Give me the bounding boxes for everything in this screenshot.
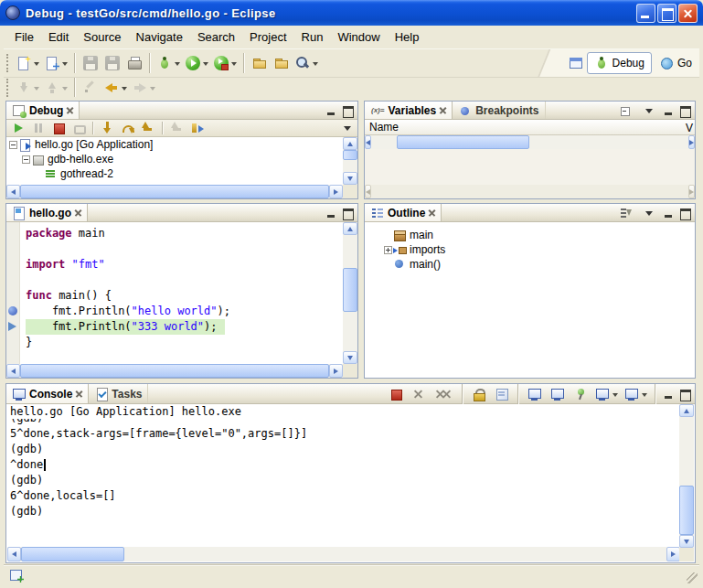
maximize-view-button[interactable] (677, 206, 693, 220)
minimize-view-button[interactable] (661, 103, 676, 118)
scroll-left-button[interactable] (365, 135, 371, 149)
code-editor[interactable]: package main import "fmt" func main() { … (21, 222, 343, 364)
maximize-view-button[interactable] (677, 387, 693, 401)
show-console-on-error-button[interactable] (547, 383, 569, 405)
scrollbar-track[interactable] (21, 547, 666, 561)
scrollbar-thumb[interactable] (20, 364, 329, 378)
name-column-header[interactable]: Name (369, 121, 399, 134)
debug-vertical-scrollbar[interactable] (343, 137, 357, 185)
close-icon[interactable] (75, 390, 82, 398)
editor-tab[interactable]: hello.go (6, 204, 88, 221)
scroll-left-button[interactable] (365, 185, 371, 198)
scroll-left-button[interactable] (6, 364, 20, 378)
scroll-left-button[interactable] (7, 547, 21, 561)
resume-button[interactable] (8, 120, 28, 136)
scroll-right-button[interactable] (666, 547, 680, 561)
scrollbar-thumb[interactable] (679, 486, 694, 535)
debug-horizontal-scrollbar[interactable] (6, 185, 343, 198)
open-resource-button[interactable] (249, 52, 271, 74)
menu-source[interactable]: Source (76, 27, 128, 48)
step-over-button[interactable] (118, 120, 138, 136)
close-icon[interactable] (439, 107, 446, 114)
display-selected-console-button[interactable] (592, 383, 621, 405)
sort-button[interactable] (615, 205, 637, 221)
scrollbar-track[interactable] (20, 364, 329, 378)
view-menu-button[interactable] (337, 120, 357, 136)
drop-to-frame-button[interactable] (167, 120, 187, 136)
breakpoint-marker[interactable] (8, 306, 17, 315)
run-launch-button[interactable] (183, 52, 211, 74)
view-menu-button[interactable] (638, 205, 660, 221)
titlebar[interactable]: Debug - testGo/src/cmd/hello.go - Eclips… (0, 0, 703, 26)
editor-horizontal-scrollbar[interactable] (6, 364, 343, 378)
code-line[interactable]: fmt.Println("333 world"); (21, 319, 343, 335)
debug-perspective-button[interactable]: Debug (587, 52, 652, 74)
code-line[interactable]: import "fmt" (21, 257, 343, 273)
remove-all-launches-button[interactable] (431, 383, 457, 405)
menu-navigate[interactable]: Navigate (129, 27, 190, 48)
close-window-button[interactable] (678, 4, 698, 23)
console-vertical-scrollbar[interactable] (679, 404, 694, 548)
variables-horizontal-scrollbar[interactable] (365, 135, 695, 149)
scrollbar-thumb[interactable] (397, 135, 530, 149)
scroll-lock-button[interactable] (468, 383, 490, 405)
outline-tree-item[interactable]: main() (381, 257, 695, 272)
console-tab[interactable]: Console (6, 384, 89, 403)
open-perspective-button[interactable] (565, 52, 587, 74)
debug-tree-item[interactable]: gdb-hello.exe (6, 152, 343, 166)
code-line[interactable] (21, 273, 343, 288)
remove-launch-button[interactable] (408, 383, 430, 405)
editor-ruler[interactable] (6, 222, 20, 364)
previous-annotation-button[interactable] (42, 77, 70, 97)
code-line[interactable]: package main (21, 226, 343, 241)
maximize-view-button[interactable] (677, 103, 693, 118)
scroll-up-button[interactable] (343, 222, 357, 235)
clear-console-button[interactable] (491, 383, 513, 405)
scroll-up-button[interactable] (679, 404, 694, 417)
new-wizard-button[interactable] (14, 52, 42, 74)
last-edit-location-button[interactable] (80, 77, 101, 97)
go-perspective-button[interactable]: Go (652, 52, 699, 74)
code-line[interactable]: func main() { (21, 288, 343, 304)
save-all-button[interactable] (101, 52, 123, 74)
breakpoints-tab[interactable]: Breakpoints (453, 102, 545, 119)
debug-launch-button[interactable] (154, 52, 183, 74)
toolbar-grip[interactable] (6, 79, 9, 97)
minimize-view-button[interactable] (324, 103, 339, 118)
scroll-left-button[interactable] (6, 185, 20, 198)
menu-run[interactable]: Run (294, 27, 331, 48)
menu-window[interactable]: Window (330, 27, 387, 48)
value-column-header-partial[interactable]: V (686, 122, 693, 134)
close-icon[interactable] (66, 107, 73, 114)
show-console-on-output-button[interactable] (524, 383, 546, 405)
menu-search[interactable]: Search (190, 27, 242, 48)
scrollbar-thumb[interactable] (20, 185, 329, 198)
tree-expander-icon[interactable] (384, 246, 392, 254)
tree-expander-icon[interactable] (22, 155, 30, 164)
step-return-button[interactable] (138, 120, 158, 136)
minimize-window-button[interactable] (636, 4, 655, 23)
outline-tree-item[interactable]: imports (381, 242, 695, 257)
maximize-view-button[interactable] (340, 103, 356, 118)
tasks-tab[interactable]: Tasks (89, 384, 148, 403)
disconnect-button[interactable] (69, 120, 89, 136)
maximize-view-button[interactable] (340, 206, 356, 220)
open-type-button[interactable] (271, 52, 293, 74)
open-console-button[interactable] (622, 383, 650, 405)
external-tools-button[interactable] (211, 52, 240, 74)
scrollbar-track[interactable] (371, 185, 688, 198)
pin-console-button[interactable] (570, 383, 591, 405)
next-annotation-button[interactable] (14, 77, 42, 97)
variables-tab[interactable]: (x)= Variables (365, 102, 453, 119)
terminate-console-button[interactable] (385, 383, 407, 405)
resize-grip[interactable] (687, 572, 698, 583)
scrollbar-track[interactable] (343, 150, 357, 172)
minimize-view-button[interactable] (661, 206, 676, 220)
variables-column-header[interactable]: Name V (365, 120, 695, 135)
menu-project[interactable]: Project (242, 27, 293, 48)
scroll-right-button[interactable] (688, 135, 695, 149)
code-line[interactable]: fmt.Println("hello world"); (21, 304, 343, 319)
debug-tree-item[interactable]: hello.go [Go Application] (6, 137, 343, 152)
scrollbar-thumb[interactable] (343, 150, 357, 160)
search-button[interactable] (293, 52, 321, 74)
